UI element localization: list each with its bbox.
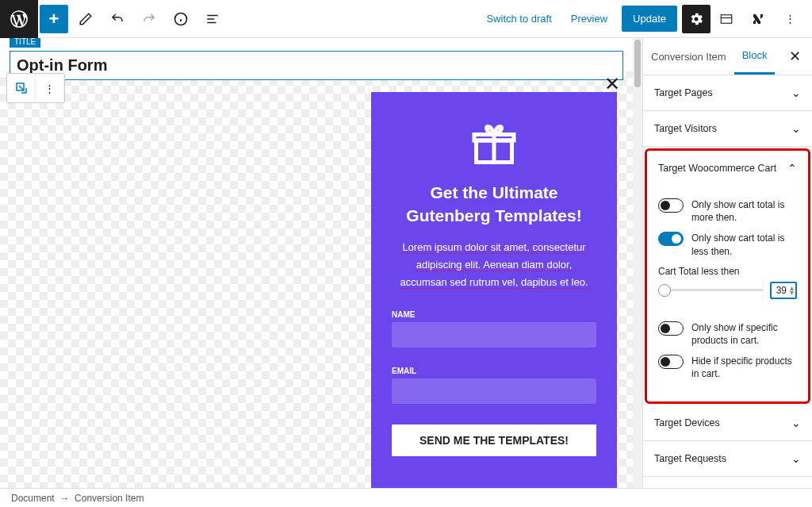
panel-target-devices[interactable]: Target Devices⌄ bbox=[643, 405, 812, 440]
outline-button[interactable] bbox=[198, 5, 227, 33]
toggle-specific-products-show-label: Only show if specific products in cart. bbox=[691, 321, 797, 347]
toggle-cart-less-label: Only show cart total is less then. bbox=[691, 232, 797, 257]
breadcrumb: Document → Conversion Item bbox=[0, 488, 812, 507]
chevron-down-icon: ⌄ bbox=[791, 122, 801, 135]
tab-block[interactable]: Block bbox=[734, 38, 776, 75]
chevron-up-icon: ⌃ bbox=[787, 162, 797, 175]
svg-rect-6 bbox=[721, 14, 732, 23]
add-block-button[interactable]: + bbox=[40, 5, 68, 33]
kubio-icon[interactable] bbox=[744, 5, 772, 33]
canvas-scrollbar[interactable] bbox=[633, 38, 642, 488]
toggle-specific-products-hide[interactable] bbox=[658, 355, 684, 369]
toggle-specific-products-hide-label: Hide if specific products in cart. bbox=[691, 355, 797, 380]
panel-target-woocommerce: Target Woocommerce Cart⌃ Only show cart … bbox=[645, 148, 810, 404]
chevron-down-icon: ⌄ bbox=[791, 417, 801, 429]
more-options-button[interactable]: ⋮ bbox=[776, 5, 804, 33]
breadcrumb-conversion-item[interactable]: Conversion Item bbox=[75, 493, 144, 504]
sidebar-tabs: Conversion Item Block ✕ bbox=[643, 38, 812, 75]
title-block[interactable]: TITLE Opt-in Form bbox=[10, 51, 623, 80]
update-button[interactable]: Update bbox=[622, 6, 677, 32]
toggle-cart-more-label: Only show cart total is more then. bbox=[691, 198, 797, 224]
block-badge: TITLE bbox=[10, 38, 40, 48]
settings-button[interactable] bbox=[682, 5, 710, 33]
chevron-down-icon: ⌄ bbox=[791, 86, 801, 99]
panel-target-pages[interactable]: Target Pages⌄ bbox=[643, 75, 812, 110]
block-toolbar: ⋮ bbox=[6, 73, 65, 103]
breadcrumb-document[interactable]: Document bbox=[11, 493, 55, 504]
undo-button[interactable] bbox=[103, 5, 132, 33]
gift-icon bbox=[470, 121, 518, 168]
info-button[interactable] bbox=[167, 5, 195, 33]
modal-title: Get the UltimateGutenberg Templates! bbox=[392, 181, 596, 228]
close-sidebar-button[interactable]: ✕ bbox=[783, 44, 807, 68]
name-input[interactable] bbox=[392, 322, 596, 348]
tab-conversion-item[interactable]: Conversion Item bbox=[643, 40, 734, 74]
optin-modal: Get the UltimateGutenberg Templates! Lor… bbox=[371, 92, 617, 488]
cart-total-input[interactable]: 39 bbox=[776, 285, 787, 296]
email-input[interactable] bbox=[392, 378, 596, 404]
panel-scheduling[interactable]: Scheduling⌄ bbox=[643, 477, 812, 489]
email-label: EMAIL bbox=[392, 367, 596, 375]
editor-topbar: + Switch to draft Preview Update ⋮ bbox=[0, 0, 812, 38]
settings-sidebar: Conversion Item Block ✕ Target Pages⌄ Ta… bbox=[642, 38, 812, 488]
switch-to-draft-button[interactable]: Switch to draft bbox=[477, 6, 561, 31]
edit-icon[interactable] bbox=[71, 5, 100, 33]
wordpress-logo[interactable] bbox=[0, 0, 38, 38]
block-type-icon[interactable] bbox=[7, 74, 36, 102]
redo-button[interactable] bbox=[135, 5, 163, 33]
panel-target-visitors[interactable]: Target Visitors⌄ bbox=[643, 111, 812, 146]
modal-body: Lorem ipsum dolor sit amet, consectetur … bbox=[392, 239, 596, 291]
chevron-down-icon: ⌄ bbox=[791, 452, 801, 465]
cart-total-slider-label: Cart Total less then bbox=[658, 266, 797, 277]
toggle-specific-products-show[interactable] bbox=[658, 321, 684, 336]
name-label: NAME bbox=[392, 310, 596, 319]
panel-target-requests[interactable]: Target Requests⌄ bbox=[643, 441, 812, 476]
wordpress-icon bbox=[9, 9, 29, 29]
cart-total-slider[interactable] bbox=[658, 289, 764, 291]
editor-canvas[interactable]: TITLE Opt-in Form ⋮ ✕ Get the UltimateGu… bbox=[0, 38, 642, 488]
block-more-button[interactable]: ⋮ bbox=[36, 74, 64, 102]
panel-toggle-icon[interactable] bbox=[712, 5, 741, 33]
toggle-cart-less[interactable] bbox=[658, 232, 684, 246]
page-title[interactable]: Opt-in Form bbox=[17, 56, 616, 75]
send-templates-button[interactable]: SEND ME THE TEMPLATES! bbox=[392, 424, 596, 456]
toggle-cart-more[interactable] bbox=[658, 198, 684, 213]
panel-target-woocommerce-header[interactable]: Target Woocommerce Cart⌃ bbox=[647, 151, 808, 186]
preview-button[interactable]: Preview bbox=[561, 6, 617, 31]
stepper-arrows-icon[interactable]: ▴▾ bbox=[790, 286, 794, 295]
